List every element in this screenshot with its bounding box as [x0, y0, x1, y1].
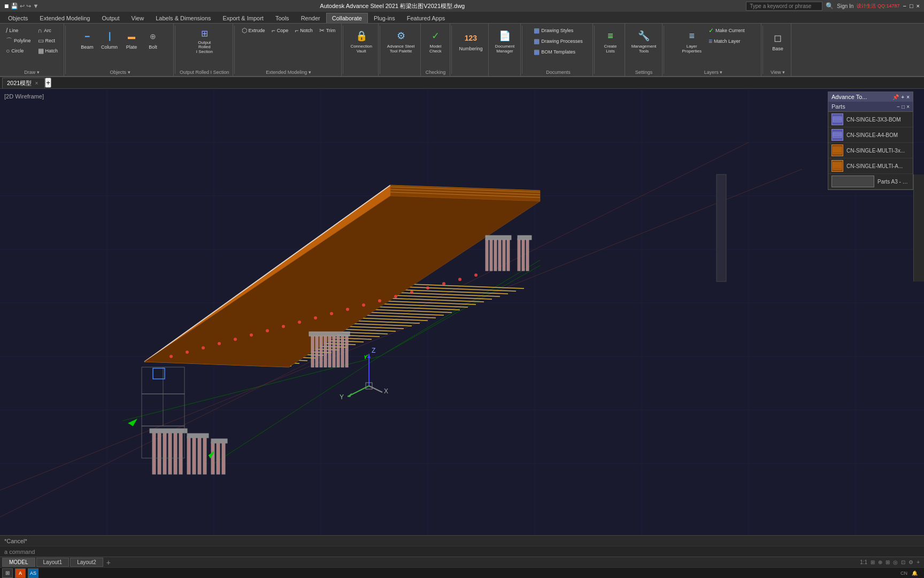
tab-view[interactable]: View: [126, 13, 150, 23]
panel-close-icon[interactable]: ×: [906, 94, 910, 100]
titlebar-left-icons[interactable]: ■ 💾 ↩ ↪ ▼: [4, 2, 38, 10]
tab-collaborate[interactable]: Collaborate: [326, 13, 368, 23]
polar-toggle[interactable]: ◎: [893, 559, 898, 565]
model-check-btn[interactable]: ✓ ModelCheck: [425, 26, 445, 57]
taskbar-autocad[interactable]: A: [15, 568, 26, 578]
right-scroll-strip: [913, 174, 924, 282]
ribbon-section-draw: /Line ⌒Polyline ○Circle ∩Arc ▭Rect ▦Hatc…: [0, 24, 64, 76]
doc-tab-model[interactable]: 2021模型 ×: [2, 78, 45, 88]
layout-tab-model[interactable]: MODEL: [2, 558, 35, 567]
search-box[interactable]: Type a keyword or phrase: [746, 2, 822, 11]
taskbar-start[interactable]: ⊞: [2, 568, 13, 578]
title-bar: ■ 💾 ↩ ↪ ▼ Autodesk Advance Steel 2021 桁梁…: [0, 0, 924, 12]
bom-item-cn-a4[interactable]: CN-SINGLE-A4-BOM: [828, 127, 913, 143]
taskbar-advance-steel[interactable]: AS: [28, 568, 38, 578]
svg-rect-84: [333, 335, 335, 367]
svg-point-110: [330, 312, 333, 315]
numbering-btn[interactable]: 123 Numbering: [456, 26, 485, 57]
line-icon: /: [6, 27, 7, 34]
add-doc-tab-button[interactable]: +: [45, 78, 51, 88]
match-layer-btn[interactable]: ≡ Match Layer: [706, 36, 748, 46]
bom-item-icon-1: [831, 113, 843, 125]
base-btn[interactable]: ◻ Base: [767, 26, 788, 57]
extrude-btn[interactable]: ⬡Extrude: [239, 26, 268, 35]
vault-icon: 🔒: [354, 28, 369, 43]
grid-toggle[interactable]: ⊞: [871, 559, 875, 565]
tab-plugins[interactable]: Plug-ins: [368, 13, 401, 23]
management-tools-btn[interactable]: 🔧 ManagementTools: [629, 26, 659, 57]
tab-featured[interactable]: Featured Apps: [401, 13, 451, 23]
draw-arc-btn[interactable]: ∩Arc: [35, 26, 61, 35]
taskbar-notification[interactable]: 🔔: [912, 571, 918, 576]
bom-item-parts-a3[interactable]: Parts A3 - Single - BOM: [828, 174, 913, 189]
cope-btn[interactable]: ⌐Cope: [269, 26, 291, 35]
snap-toggle[interactable]: ⊕: [878, 559, 882, 565]
draw-rect-btn[interactable]: ▭Rect: [35, 36, 61, 45]
beam-btn[interactable]: ━ Beam: [77, 26, 97, 54]
svg-point-118: [458, 278, 461, 281]
tab-objects[interactable]: Objects: [2, 13, 34, 23]
ortho-toggle[interactable]: ⊞: [886, 559, 890, 565]
create-lists-btn[interactable]: ≡ CreateLists: [600, 26, 620, 57]
plate-btn[interactable]: ▬ Plate: [121, 26, 142, 54]
minimize-button[interactable]: −: [903, 3, 906, 9]
layer-properties-btn[interactable]: ≡ LayerProperties: [679, 26, 704, 57]
panel-sub-btn2[interactable]: □: [902, 104, 905, 110]
tab-export[interactable]: Export & Import: [217, 13, 270, 23]
ribbon-tab-bar: Objects Extended Modeling Output View La…: [0, 12, 924, 24]
osnap-toggle[interactable]: ⊡: [901, 559, 905, 565]
advance-steel-palette-btn[interactable]: ⚙ Advance SteelTool Palette: [384, 26, 418, 57]
search-icon[interactable]: 🔍: [826, 2, 834, 10]
bom-item-cn-multi-a[interactable]: CN-SINGLE-MULTI-A...: [828, 158, 913, 174]
tab-labels[interactable]: Labels & Dimensions: [150, 13, 217, 23]
draw-circle-btn[interactable]: ○Circle: [3, 46, 34, 56]
maximize-button[interactable]: □: [910, 3, 913, 9]
svg-rect-99: [518, 235, 532, 240]
make-current-btn[interactable]: ✓ Make Current: [706, 26, 748, 35]
bom-item-cn-3x3[interactable]: CN-SINGLE-3X3-BOM: [828, 112, 913, 127]
panel-pin-icon[interactable]: 📌: [892, 94, 899, 100]
panel-config-icon[interactable]: +: [901, 94, 904, 100]
mgmt-tools-icon: 🔧: [636, 28, 651, 43]
document-manager-btn[interactable]: 📄 DocumentManager: [492, 26, 517, 57]
svg-rect-74: [211, 439, 227, 443]
tab-tools[interactable]: Tools: [270, 13, 295, 23]
ribbon-section-model-check: ✓ ModelCheck Checking: [421, 24, 450, 76]
bom-item-cn-multi-3x[interactable]: CN-SINGLE-MULTI-3x...: [828, 143, 913, 158]
svg-rect-68: [198, 437, 201, 474]
extrude-icon: ⬡: [242, 27, 247, 34]
app-icon[interactable]: ■: [4, 2, 9, 10]
tab-render[interactable]: Render: [295, 13, 326, 23]
layout-tab-layout2[interactable]: Layout2: [70, 558, 103, 567]
close-doc-tab[interactable]: ×: [35, 80, 38, 86]
svg-rect-79: [311, 335, 314, 367]
tab-extended-modeling[interactable]: Extended Modeling: [34, 13, 96, 23]
output-rolled-icon: ⊞: [197, 28, 212, 40]
panel-sub-btn1[interactable]: −: [897, 104, 900, 110]
tab-output[interactable]: Output: [96, 13, 125, 23]
svg-text:Y: Y: [340, 393, 344, 401]
advance-panel-list: CN-SINGLE-3X3-BOM CN-SINGLE-A4-BOM CN-SI…: [828, 112, 913, 189]
layout-tab-layout1[interactable]: Layout1: [36, 558, 70, 567]
settings-gear[interactable]: ⚙: [908, 559, 913, 565]
signin-button[interactable]: Sign In: [837, 3, 853, 9]
output-rolled-btn[interactable]: ⊞ OutputRolledI Section: [194, 26, 215, 57]
draw-polyline-btn[interactable]: ⌒Polyline: [3, 36, 34, 45]
draw-line-btn[interactable]: /Line: [3, 26, 34, 35]
drawing-processes-btn[interactable]: ▦ Drawing Processes: [531, 36, 586, 46]
connection-vault-btn[interactable]: 🔒 ConnectionVault: [348, 26, 374, 57]
svg-rect-131: [833, 117, 842, 122]
trim-btn[interactable]: ✂Trim: [317, 26, 338, 35]
bolt-btn[interactable]: ⊕ Bolt: [143, 26, 163, 54]
close-button[interactable]: ×: [917, 3, 920, 9]
notch-btn[interactable]: ⌐Notch: [292, 26, 315, 35]
svg-rect-70: [187, 434, 209, 438]
panel-sub-close[interactable]: ×: [906, 104, 910, 110]
add-layout-button[interactable]: +: [104, 558, 113, 567]
plus-btn-bottom[interactable]: +: [917, 559, 920, 565]
drawing-styles-btn[interactable]: ▦ Drawing Styles: [531, 26, 576, 35]
svg-point-100: [170, 355, 173, 358]
column-btn[interactable]: ┃ Column: [98, 26, 120, 54]
bom-templates-btn[interactable]: ▦ BOM Templates: [531, 47, 578, 57]
draw-hatch-btn[interactable]: ▦Hatch: [35, 46, 61, 56]
